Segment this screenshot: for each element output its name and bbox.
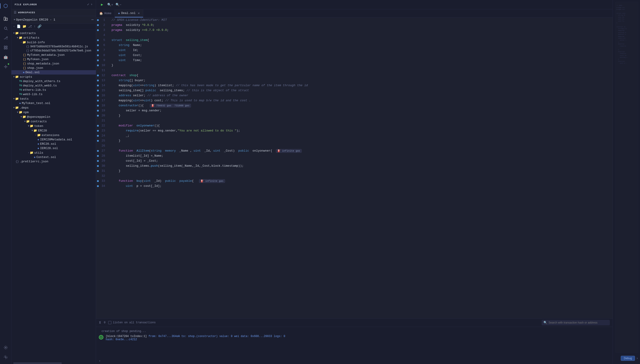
tree-item-prettierrc[interactable]: {} .prettierrc.json: [12, 159, 96, 164]
code-line-11: [112, 68, 609, 73]
tree-item-js1[interactable]: {} 94973d8bb923793ae663e591c4b8411c.js: [12, 44, 96, 49]
robot-nav-icon[interactable]: 🤖: [2, 53, 10, 61]
gutter-dot-5: [97, 39, 99, 41]
workspace-chevron-icon[interactable]: ▼: [14, 18, 15, 21]
tree-item-erc20[interactable]: ▼ 📁 ERC20: [12, 128, 96, 133]
bottom-toolbar: ⊼ 0 listen on all transactions 🔍: [96, 318, 612, 327]
tree-item-ierc20meta[interactable]: ◈ IERC20Metadata.sol: [12, 138, 96, 142]
code-line-22: modifier onlyonwner(){: [112, 123, 609, 128]
svg-point-2: [4, 27, 7, 30]
gutter-dot-23: [97, 130, 99, 132]
tree-item-label: contracts: [20, 32, 36, 35]
tree-item-ethers-lib[interactable]: TS ethers-lib.ts: [12, 88, 96, 92]
code-line-10: }: [112, 63, 609, 68]
tree-item-tests[interactable]: ▼ 📁 tests: [12, 96, 96, 101]
github-icon[interactable]: ⎇: [28, 24, 32, 28]
code-line-20: }: [112, 113, 609, 118]
tree-item-utils[interactable]: › 📁 utils: [12, 150, 96, 155]
zoom-in-button[interactable]: 🔍+: [107, 1, 114, 8]
tree-item-label: deploy_with_ethers.ts: [23, 80, 60, 83]
settings2-nav-icon[interactable]: [2, 353, 10, 361]
tree-item-label: shop_metadata.json: [27, 62, 59, 66]
tree-item-erc20sol[interactable]: ◈ ERC20.sol: [12, 142, 96, 146]
svg-line-3: [7, 29, 7, 30]
svg-rect-5: [6, 46, 7, 47]
gutter-dot-17: [97, 100, 99, 102]
code-line-21: [112, 118, 609, 123]
files-icon[interactable]: [2, 15, 10, 23]
tree-item-label: MyToken_metadata.json: [27, 53, 65, 57]
chevron-icon: ›: [21, 41, 22, 44]
tree-item-label: IERC20.sol: [40, 146, 58, 150]
folder-icon: 📁: [34, 129, 37, 132]
tree-item-openzeppelin[interactable]: ▼ 📁 @openzeppelin: [12, 114, 96, 119]
tree-item-build-info[interactable]: › 📁 build-info: [12, 40, 96, 44]
listen-checkbox[interactable]: [108, 321, 111, 324]
zoom-out-button[interactable]: 🔍−: [115, 1, 122, 8]
search-box[interactable]: 🔍: [542, 320, 610, 325]
tree-item-deal-sol[interactable]: ◈ Deal.sol: [12, 70, 96, 74]
run-button[interactable]: ▶: [99, 1, 105, 8]
minimap: // SPDX pragma sol pragma sol struct sel…: [615, 2, 638, 352]
tree-item-deps[interactable]: ▼ 📁 .deps: [12, 106, 96, 110]
chevron-icon: ›: [35, 134, 37, 136]
code-line-12: contract shop{: [112, 73, 609, 78]
code-container[interactable]: 1 2 3 4 5 6 7 8 9 10 11 12 13 14 15 16 1…: [96, 18, 612, 318]
workspace-name[interactable]: OpenZeppelin ERC20 - 1: [16, 18, 55, 22]
tree-item-contracts[interactable]: ▼ 📁 contracts: [12, 31, 96, 36]
tab-home[interactable]: 🏠 Home: [96, 9, 115, 18]
git-nav-icon[interactable]: ⎇: [2, 34, 10, 42]
gutter-dot-9: [97, 60, 99, 61]
tab-close-icon[interactable]: ✕: [138, 11, 140, 15]
listen-checkbox-wrap[interactable]: listen on all transactions: [108, 321, 156, 324]
folder-icon: 📁: [23, 40, 26, 44]
tx-search-input[interactable]: [548, 321, 608, 324]
tabs: 🏠 Home ◈ Deal.sol ✕: [96, 9, 612, 18]
tree-item-web3-lib[interactable]: TS web3-lib.ts: [12, 92, 96, 96]
tree-item-token[interactable]: ▼ 📁 token: [12, 124, 96, 128]
debug-chevron-icon[interactable]: ›: [636, 356, 638, 360]
workspace-menu-icon[interactable]: ⋯: [91, 18, 94, 22]
tab-deal-sol[interactable]: ◈ Deal.sol ✕: [115, 9, 143, 18]
settings-nav-icon[interactable]: [2, 344, 10, 352]
hamburger-icon[interactable]: ☰: [14, 10, 17, 14]
code-line-8: uint Cost;: [112, 53, 609, 58]
collapse-icon-wrap[interactable]: ⊼: [99, 321, 101, 325]
prompt-line: ›: [96, 358, 612, 364]
plugin-nav-icon[interactable]: [2, 44, 10, 52]
tree-item-scripts[interactable]: ▼ 📁 scripts: [12, 74, 96, 79]
tree-item-mytoken-test[interactable]: ◈ MyToken_test.sol: [12, 101, 96, 106]
upload-icon[interactable]: ↑: [34, 25, 36, 28]
check-icon[interactable]: ✓: [87, 2, 89, 7]
tree-item-label: IERC20Metadata.sol: [40, 138, 72, 141]
tab-home-label: Home: [104, 12, 111, 15]
tree-item-npm[interactable]: ▼ 📁 npm: [12, 110, 96, 114]
tree-chevron-icon[interactable]: ‹: [13, 25, 15, 28]
tree-item-ierc20sol[interactable]: ◈ IERC20.sol: [12, 146, 96, 150]
code-line-5: struct selling_item{: [112, 38, 609, 43]
expand-icon[interactable]: ›: [91, 2, 93, 6]
tree-item-shop-json[interactable]: {} shop.json: [12, 66, 96, 70]
tree-item-context[interactable]: ◈ Context.sol: [12, 155, 96, 159]
search-nav-icon[interactable]: [2, 24, 10, 32]
tree-item-shop-meta[interactable]: {} shop_metadata.json: [12, 62, 96, 66]
tree-item-deploy-ethers[interactable]: TS deploy_with_ethers.ts: [12, 79, 96, 84]
debug-panel: Debug ›: [621, 354, 638, 362]
new-file-icon[interactable]: 📄: [17, 24, 21, 28]
bug-nav-icon[interactable]: [2, 63, 10, 71]
tree-item-oz-contracts[interactable]: ▼ 📁 contracts: [12, 119, 96, 124]
tree-item-deploy-web3[interactable]: TS deploy_with_web3.ts: [12, 84, 96, 88]
tree-item-artifacts[interactable]: ▼ 📁 artifacts: [12, 36, 96, 40]
tree-item-mytoken-meta[interactable]: {} MyToken_metadata.json: [12, 53, 96, 57]
line-numbers: 1 2 3 4 5 6 7 8 9 10 11 12 13 14 15 16 1…: [100, 18, 108, 318]
debug-button[interactable]: Debug: [621, 356, 635, 361]
prompt-icon: ›: [99, 359, 101, 363]
new-folder-icon[interactable]: 📁: [23, 24, 26, 28]
tree-item-json1[interactable]: {} cf785dc9dda57b0c7b6592571e9e7be0.json: [12, 49, 96, 53]
tree-item-extensions[interactable]: › 📁 extensions: [12, 133, 96, 138]
logo-icon[interactable]: ⬡: [2, 2, 10, 10]
gutter-dot-27: [97, 150, 99, 152]
link-icon[interactable]: 🔗: [38, 24, 42, 28]
tree-item-label: scripts: [20, 75, 32, 79]
tree-item-mytoken-json[interactable]: {} MyToken.json: [12, 57, 96, 62]
